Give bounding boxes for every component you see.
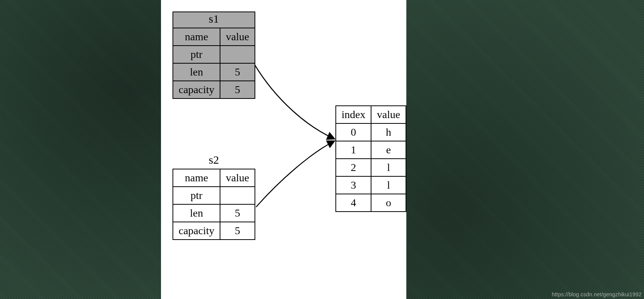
s1-struct-table: s1 name value ptr len 5 capacity 5 [172,12,255,99]
table-row: 3l [336,176,406,194]
s2-ptr-value [220,187,255,204]
s2-ptr-arrow [256,141,334,207]
s1-cap-value: 5 [220,81,255,99]
table-row: ptr [173,46,255,63]
table-row: 1e [336,141,406,159]
table-row: 2l [336,159,406,176]
s1-ptr-arrow [255,65,334,139]
s1-header-name: name [173,28,220,46]
s2-cap-value: 5 [220,222,255,240]
s1-title: s1 [172,12,255,28]
table-row: 0h [336,123,406,141]
heap-cell: 0 [336,123,371,141]
s1-ptr-value [220,46,255,63]
s2-len-label: len [173,204,220,222]
s2-ptr-label: ptr [173,187,220,204]
watermark-text: https://blog.csdn.net/gengzhikui1992 [552,291,642,297]
table-row: 4o [336,194,406,212]
heap-cell: 1 [336,141,371,159]
heap-data-table: index value 0h 1e 2l 3l 4o [335,105,406,212]
s2-struct-table: s2 name value ptr len 5 capacity 5 [172,153,255,240]
s2-title: s2 [172,153,255,169]
s2-header-value: value [220,169,255,187]
s2-header-name: name [173,169,220,187]
heap-cell: o [371,194,406,212]
table-row: capacity 5 [173,222,255,240]
heap-cell: 2 [336,159,371,176]
heap-cell: h [371,123,406,141]
table-row: len 5 [173,63,255,81]
s1-ptr-label: ptr [173,46,220,63]
s2-len-value: 5 [220,204,255,222]
s1-len-value: 5 [220,63,255,81]
s1-len-label: len [173,63,220,81]
heap-cell: l [371,176,406,194]
s1-header-value: value [220,28,255,46]
heap-cell: 4 [336,194,371,212]
heap-header-index: index [336,106,371,123]
table-row: index value [336,106,406,123]
heap-header-value: value [371,106,406,123]
heap-cell: l [371,159,406,176]
s2-cap-label: capacity [173,222,220,240]
table-row: capacity 5 [173,81,255,99]
table-row: name value [173,169,255,187]
s1-cap-label: capacity [173,81,220,99]
table-row: name value [173,28,255,46]
table-row: len 5 [173,204,255,222]
heap-cell: e [371,141,406,159]
heap-cell: 3 [336,176,371,194]
diagram-stage: s1 name value ptr len 5 capacity 5 s2 na… [161,0,406,299]
table-row: ptr [173,187,255,204]
